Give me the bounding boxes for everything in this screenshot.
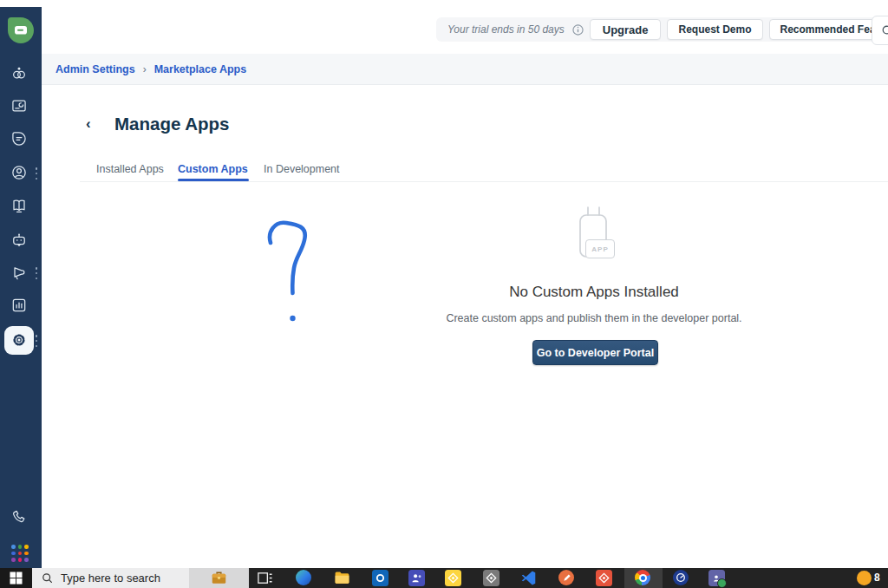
campaigns-more-menu-icon[interactable] [35, 267, 38, 279]
taskbar-search-placeholder: Type here to search [61, 572, 160, 585]
tab-installed-apps[interactable]: Installed Apps [96, 163, 164, 175]
chrome-icon[interactable] [635, 570, 651, 586]
dev-app-red-icon[interactable] [596, 570, 612, 586]
global-search-button[interactable] [872, 16, 888, 45]
dev-app-yellow-icon[interactable] [445, 570, 461, 586]
tab-in-development[interactable]: In Development [264, 163, 340, 175]
magnifier-icon [42, 572, 53, 584]
campaigns-icon[interactable] [10, 264, 28, 281]
contacts-icon[interactable] [10, 164, 28, 181]
magnifier-icon [881, 24, 888, 37]
task-view-icon[interactable] [257, 570, 273, 586]
conversations-icon[interactable] [10, 130, 28, 147]
settings-gear-icon[interactable] [4, 326, 34, 355]
tray-badge: 8 [874, 572, 880, 584]
analytics-icon[interactable] [10, 297, 28, 314]
app-tag-label: APP [585, 239, 615, 258]
tab-custom-apps[interactable]: Custom Apps [178, 163, 248, 175]
contacts-more-menu-icon[interactable] [35, 167, 38, 180]
file-explorer-icon[interactable] [334, 570, 350, 586]
empty-state-description: Create custom apps and publish them in t… [421, 312, 767, 324]
app-switcher-grid-icon[interactable] [11, 545, 29, 562]
empty-state-title: No Custom Apps Installed [464, 284, 724, 301]
trial-text: Your trial ends in 50 days [447, 23, 565, 36]
windows-taskbar: Type here to search [0, 568, 888, 588]
channels-rings-icon[interactable] [10, 64, 28, 82]
tabs-divider [80, 181, 888, 182]
page-title: Manage Apps [114, 114, 230, 134]
recommended-features-button[interactable]: Recommended Features [769, 19, 888, 40]
top-bar: Your trial ends in 50 days Upgrade Reque… [42, 7, 888, 54]
edge-icon[interactable] [296, 570, 312, 586]
settings-more-menu-icon[interactable] [35, 335, 38, 347]
windows-start-icon[interactable] [0, 568, 32, 588]
breadcrumb-separator-icon: › [143, 63, 147, 75]
upgrade-button[interactable]: Upgrade [590, 19, 662, 40]
dashboard-icon[interactable] [10, 97, 28, 114]
info-icon[interactable] [572, 24, 584, 36]
breadcrumb: Admin Settings › Marketplace Apps [42, 54, 888, 85]
phone-icon[interactable] [10, 508, 28, 526]
trial-banner: Your trial ends in 50 days Upgrade Reque… [436, 17, 888, 42]
active-tab-underline [178, 179, 249, 181]
knowledge-base-icon[interactable] [10, 197, 28, 214]
go-to-developer-portal-button[interactable]: Go to Developer Portal [532, 340, 658, 365]
teams-icon[interactable] [408, 570, 425, 586]
dev-app-gray-icon[interactable] [483, 570, 500, 586]
outlook-icon[interactable] [372, 570, 388, 586]
gauge-app-icon[interactable] [673, 570, 689, 586]
vscode-icon[interactable] [520, 570, 537, 586]
orange-status-icon[interactable] [857, 571, 873, 587]
back-button[interactable]: ‹ [86, 116, 91, 131]
pencil-app-icon[interactable] [558, 570, 575, 586]
teams-status-icon[interactable] [708, 570, 725, 586]
breadcrumb-admin-settings[interactable]: Admin Settings [56, 63, 135, 75]
briefcase-icon [211, 571, 227, 585]
request-demo-button[interactable]: Request Demo [667, 19, 762, 40]
taskbar-search-input[interactable]: Type here to search [32, 568, 189, 588]
app-plug-icon: APP [570, 205, 618, 267]
freshchat-logo[interactable] [6, 16, 36, 45]
breadcrumb-marketplace-apps[interactable]: Marketplace Apps [154, 63, 247, 75]
product-sidebar [0, 7, 42, 568]
briefcase-app-button[interactable] [189, 568, 249, 588]
bot-icon[interactable] [10, 232, 28, 249]
hand-drawn-question-mark [254, 211, 317, 325]
